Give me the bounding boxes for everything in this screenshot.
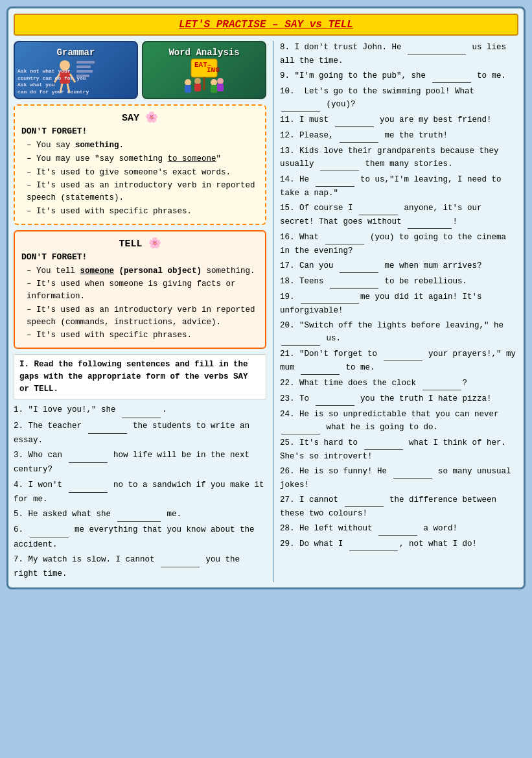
sentence-11: 11. I must you are my best friend! <box>280 113 518 127</box>
sentence-22: 22. What time does the clock ? <box>280 377 518 390</box>
sentence-26: 26. He is so funny! He so many unusual j… <box>280 465 518 492</box>
tell-section: TELL 🌸 DON'T FORGET! You tell someone (p… <box>14 230 266 349</box>
blank-4 <box>69 479 108 493</box>
sentence-15: 15. Of course I anyone, it's our secret!… <box>280 202 518 229</box>
blank-29 <box>349 538 398 551</box>
word-analysis-label: Word Analysis <box>168 47 239 58</box>
tell-flower-icon: 🌸 <box>148 238 161 250</box>
blank-13 <box>320 158 359 171</box>
sentence-3: 3. Who can how life will be in the next … <box>14 449 266 477</box>
sentence-25: 25. It's hard to what I think of her. Sh… <box>280 436 518 463</box>
blank-2 <box>88 420 127 434</box>
left-sentences: 1. "I love you!," she . 2. The teacher t… <box>14 403 266 581</box>
sentence-1: 1. "I love you!," she . <box>14 403 266 418</box>
list-item: It's used with specific phrases. <box>27 205 259 219</box>
sentence-16: 16. What (you) to going to the cinema in… <box>280 231 518 257</box>
list-item: It's used as an introductory verb in rep… <box>27 179 259 205</box>
blank-27 <box>345 493 384 507</box>
say-section: SAY 🌸 DON'T FORGET! You say something. Y… <box>14 104 266 225</box>
sentence-19: 19. me you did it again! It's unforgivab… <box>280 290 518 317</box>
sentence-17: 17. Can you me when mum arrives? <box>280 259 518 273</box>
instruction-text: I. Read the following sentences and fill… <box>19 360 248 394</box>
blank-9 <box>432 69 471 83</box>
list-item: It's used to give someone's exact words. <box>27 166 259 180</box>
blank-15b <box>408 215 452 229</box>
page: LET'S PRACTISE – SAY vs TELL Grammar <box>6 6 526 589</box>
sentence-18: 18. Teens to be rebellious. <box>280 275 518 289</box>
page-title: LET'S PRACTISE – SAY vs TELL <box>14 14 518 36</box>
tell-title: TELL 🌸 <box>21 237 259 250</box>
svg-rect-16 <box>185 85 191 93</box>
list-item: You say something. <box>27 139 259 152</box>
blank-7 <box>161 553 200 567</box>
blank-21b <box>301 361 340 375</box>
sentence-14: 14. He to us,"I'm leaving, I need to tak… <box>280 173 518 200</box>
blank-21a <box>384 348 422 361</box>
images-row: Grammar <box>14 41 266 99</box>
blank-1 <box>122 403 161 418</box>
grammar-image: Grammar <box>14 41 138 99</box>
list-item: You may use "say something to someone" <box>27 152 259 166</box>
blank-24 <box>281 421 320 434</box>
say-subtitle: DON'T FORGET! <box>21 126 259 136</box>
svg-point-15 <box>185 79 191 86</box>
main-content: Grammar <box>8 41 524 587</box>
svg-point-17 <box>194 78 201 84</box>
instruction-box: I. Read the following sentences and fill… <box>14 354 266 399</box>
svg-rect-18 <box>194 84 201 91</box>
svg-rect-6 <box>76 61 95 64</box>
svg-rect-7 <box>76 65 91 68</box>
sentence-21: 21. "Don't forget to your prayers!," my … <box>280 348 518 375</box>
blank-10 <box>281 98 320 112</box>
blank-20 <box>281 332 320 346</box>
say-title: SAY 🌸 <box>21 111 259 124</box>
sentence-23: 23. To you the truth I hate pizza! <box>280 392 518 406</box>
sentence-28: 28. He left without a word! <box>280 522 518 536</box>
sentence-12: 12. Please, me the truth! <box>280 129 518 143</box>
sentence-5: 5. He asked what she me. <box>14 508 266 522</box>
left-column: Grammar <box>14 41 266 582</box>
blank-19 <box>301 290 359 304</box>
sentence-27: 27. I cannot the difference between thes… <box>280 493 518 520</box>
sentence-9: 9. "I'm going to the pub", she to me. <box>280 69 518 83</box>
sentence-7: 7. My watch is slow. I cannot you the ri… <box>14 553 266 582</box>
blank-26 <box>393 465 432 479</box>
blank-28 <box>378 522 417 536</box>
svg-point-21 <box>217 78 224 84</box>
svg-rect-20 <box>211 85 217 93</box>
sentence-4: 4. I won't no to a sandwich if you make … <box>14 479 266 507</box>
column-divider <box>273 41 273 582</box>
word-analysis-illustration: EAT– ING <box>178 58 230 93</box>
svg-text:ING: ING <box>207 66 220 74</box>
blank-8 <box>408 41 466 54</box>
grammar-label: Grammar <box>57 47 95 58</box>
blank-23 <box>316 392 354 406</box>
sentence-20: 20. "Switch off the lights before leavin… <box>280 319 518 346</box>
sentence-13: 13. Kids love their grandparents because… <box>280 145 518 171</box>
say-flower-icon: 🌸 <box>145 112 158 124</box>
blank-12 <box>340 129 378 143</box>
blank-6 <box>30 523 69 538</box>
list-item: It's used as an introductory verb in rep… <box>27 303 259 329</box>
blank-18 <box>330 275 378 289</box>
blank-25 <box>364 436 403 450</box>
blank-11 <box>335 113 374 127</box>
blank-5 <box>117 508 161 522</box>
sentence-6: 6. me everything that you know about the… <box>14 523 266 552</box>
sentence-24: 24. He is so unpredictable that you can … <box>280 408 518 434</box>
blank-14 <box>316 173 354 187</box>
blank-3 <box>69 449 108 463</box>
right-column: 8. I don't trust John. He us lies all th… <box>280 41 518 582</box>
svg-rect-22 <box>217 84 224 91</box>
blank-22 <box>422 377 461 390</box>
tell-subtitle: DON'T FORGET! <box>21 252 259 262</box>
tell-list: You tell someone (personal object) somet… <box>21 265 259 343</box>
blank-16 <box>325 231 364 244</box>
list-item: You tell someone (personal object) somet… <box>27 265 259 278</box>
blank-17 <box>340 259 378 273</box>
svg-point-19 <box>211 79 217 86</box>
say-list: You say something. You may use "say some… <box>21 139 259 219</box>
blank-15a <box>359 202 398 215</box>
sentence-2: 2. The teacher the students to write an … <box>14 420 266 448</box>
sentence-10: 10. Let's go to the swimming pool! What … <box>280 85 518 112</box>
